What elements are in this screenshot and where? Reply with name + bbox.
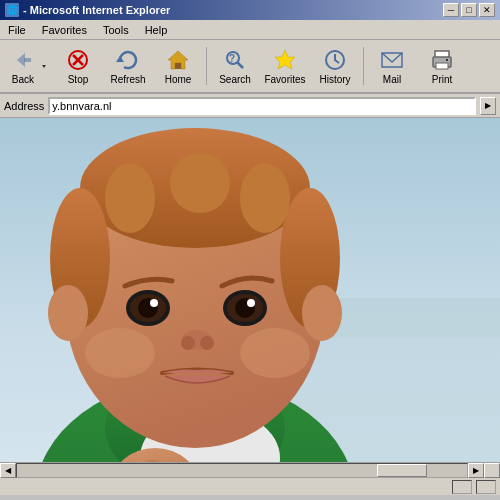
print-label: Print bbox=[432, 74, 453, 85]
refresh-button[interactable]: Refresh bbox=[104, 42, 152, 90]
svg-marker-0 bbox=[17, 53, 25, 67]
svg-line-10 bbox=[237, 62, 243, 68]
address-label: Address bbox=[4, 100, 44, 112]
status-bar bbox=[0, 477, 500, 495]
menu-file[interactable]: File bbox=[4, 23, 30, 37]
minimize-button[interactable]: ─ bbox=[443, 3, 459, 17]
maximize-button[interactable]: □ bbox=[461, 3, 477, 17]
scroll-right-button[interactable]: ▶ bbox=[468, 463, 484, 478]
address-go-button[interactable]: ▶ bbox=[480, 97, 496, 115]
stop-label: Stop bbox=[68, 74, 89, 85]
menu-bar: File Favorites Tools Help bbox=[0, 20, 500, 40]
scrollbar-thumb[interactable] bbox=[377, 464, 427, 477]
menu-help[interactable]: Help bbox=[141, 23, 172, 37]
mail-button[interactable]: Mail bbox=[368, 42, 416, 90]
svg-point-47 bbox=[240, 328, 310, 378]
horizontal-scrollbar[interactable]: ◀ ▶ bbox=[0, 462, 500, 477]
toolbar-separator-2 bbox=[363, 47, 364, 85]
svg-marker-6 bbox=[116, 56, 124, 62]
svg-point-34 bbox=[302, 285, 342, 341]
svg-point-46 bbox=[85, 328, 155, 378]
home-icon bbox=[166, 48, 190, 72]
refresh-icon bbox=[116, 48, 140, 72]
stop-icon bbox=[66, 48, 90, 72]
back-dropdown-arrow[interactable] bbox=[39, 42, 49, 90]
svg-point-30 bbox=[105, 163, 155, 233]
print-icon bbox=[430, 48, 454, 72]
status-extra-panel bbox=[476, 480, 496, 494]
address-bar: Address ▶ bbox=[0, 94, 500, 118]
svg-point-31 bbox=[170, 153, 230, 213]
menu-tools[interactable]: Tools bbox=[99, 23, 133, 37]
status-zone-panel bbox=[452, 480, 472, 494]
svg-marker-12 bbox=[275, 50, 295, 69]
close-button[interactable]: ✕ bbox=[479, 3, 495, 17]
svg-rect-1 bbox=[24, 58, 31, 62]
svg-point-32 bbox=[240, 163, 290, 233]
svg-rect-18 bbox=[446, 59, 448, 61]
svg-text:?: ? bbox=[229, 53, 235, 64]
scroll-left-button[interactable]: ◀ bbox=[0, 463, 16, 478]
baby-image-svg bbox=[0, 118, 500, 462]
scrollbar-track bbox=[16, 463, 468, 478]
svg-point-45 bbox=[200, 336, 214, 350]
home-button[interactable]: Home bbox=[154, 42, 202, 90]
print-button[interactable]: Print bbox=[418, 42, 466, 90]
search-label: Search bbox=[219, 74, 251, 85]
title-bar-text: - Microsoft Internet Explorer bbox=[23, 4, 170, 16]
mail-icon bbox=[380, 48, 404, 72]
back-icon bbox=[11, 48, 35, 72]
toolbar: Back Stop Refresh bbox=[0, 40, 500, 94]
svg-marker-2 bbox=[42, 65, 46, 68]
svg-point-33 bbox=[48, 285, 88, 341]
scrollbar-corner bbox=[484, 463, 500, 478]
home-label: Home bbox=[165, 74, 192, 85]
history-label: History bbox=[319, 74, 350, 85]
refresh-label: Refresh bbox=[110, 74, 145, 85]
content-area bbox=[0, 118, 500, 462]
back-label: Back bbox=[12, 74, 34, 85]
svg-point-38 bbox=[150, 299, 158, 307]
title-bar: 🌐 - Microsoft Internet Explorer ─ □ ✕ bbox=[0, 0, 500, 20]
toolbar-separator-1 bbox=[206, 47, 207, 85]
svg-point-42 bbox=[247, 299, 255, 307]
stop-button[interactable]: Stop bbox=[54, 42, 102, 90]
svg-point-44 bbox=[181, 336, 195, 350]
menu-favorites[interactable]: Favorites bbox=[38, 23, 91, 37]
title-bar-controls[interactable]: ─ □ ✕ bbox=[443, 3, 495, 17]
history-icon bbox=[323, 48, 347, 72]
mail-label: Mail bbox=[383, 74, 401, 85]
browser-icon: 🌐 bbox=[5, 3, 19, 17]
svg-rect-8 bbox=[175, 63, 181, 69]
svg-rect-17 bbox=[436, 63, 448, 69]
search-button[interactable]: ? Search bbox=[211, 42, 259, 90]
favorites-icon bbox=[273, 48, 297, 72]
back-forward-group: Back bbox=[4, 42, 52, 90]
favorites-label: Favorites bbox=[264, 74, 305, 85]
address-input[interactable] bbox=[48, 97, 476, 115]
search-icon: ? bbox=[223, 48, 247, 72]
favorites-toolbar-button[interactable]: Favorites bbox=[261, 42, 309, 90]
back-button[interactable]: Back bbox=[7, 42, 39, 90]
web-content bbox=[0, 118, 500, 462]
title-bar-left: 🌐 - Microsoft Internet Explorer bbox=[5, 3, 170, 17]
history-button[interactable]: History bbox=[311, 42, 359, 90]
